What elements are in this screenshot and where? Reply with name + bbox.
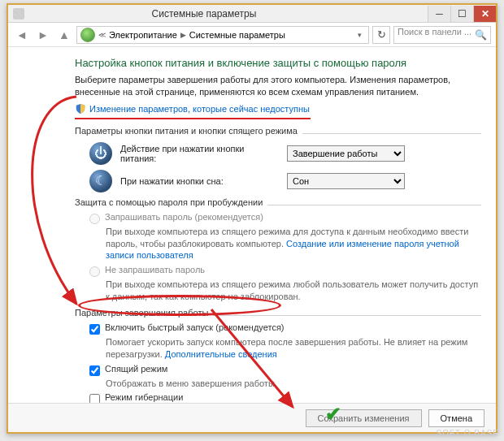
power-icon: ⏻ bbox=[89, 142, 112, 165]
page-title: Настройка кнопок питания и включение защ… bbox=[75, 57, 481, 69]
breadcrumb[interactable]: ≪ Электропитание ▶ Системные параметры ▾ bbox=[76, 26, 369, 44]
unlock-settings-link[interactable]: Изменение параметров, которые сейчас нед… bbox=[89, 104, 310, 114]
up-button[interactable]: ▲ bbox=[55, 26, 73, 44]
breadcrumb-item[interactable]: Системные параметры bbox=[189, 30, 285, 40]
power-button-row: ⏻ Действие при нажатии кнопки питания: З… bbox=[89, 142, 481, 165]
check-fast-startup-input[interactable] bbox=[89, 324, 100, 335]
radio2-description: При выходе компьютера из спящего режима … bbox=[106, 279, 481, 303]
section-header-buttons: Параметры кнопки питания и кнопки спящег… bbox=[75, 126, 481, 137]
section-header-shutdown: Параметры завершения работы bbox=[75, 308, 481, 319]
intro-text: Выберите параметры завершения работы для… bbox=[75, 74, 481, 98]
search-icon: 🔍 bbox=[475, 29, 487, 41]
radio1-description: При выходе компьютера из спящего режима … bbox=[106, 226, 481, 262]
radio-no-password-input bbox=[89, 266, 100, 277]
check-sleep: Спящий режим bbox=[89, 364, 481, 376]
power-button-label: Действие при нажатии кнопки питания: bbox=[120, 144, 279, 163]
back-button[interactable]: ◄ bbox=[13, 26, 31, 44]
search-placeholder: Поиск в панели ... bbox=[398, 27, 471, 37]
footer-bar: Сохранить изменения Отмена bbox=[8, 403, 496, 432]
radio-require-password: Запрашивать пароль (рекомендуется) bbox=[89, 212, 481, 224]
check-sleep-input[interactable] bbox=[89, 365, 100, 376]
control-panel-icon bbox=[80, 28, 95, 42]
navbar: ◄ ► ▲ ≪ Электропитание ▶ Системные парам… bbox=[8, 23, 496, 47]
shield-icon bbox=[75, 103, 86, 115]
chevron-down-icon[interactable]: ▾ bbox=[358, 31, 362, 39]
titlebar: Системные параметры ─ ☐ ✕ bbox=[8, 5, 496, 23]
section-header-password: Защита с помощью пароля при пробуждении bbox=[75, 197, 481, 209]
chk2-description: Отображать в меню завершения работы. bbox=[106, 378, 481, 390]
content-area: Настройка кнопок питания и включение защ… bbox=[8, 49, 496, 432]
window-title: Системные параметры bbox=[29, 8, 379, 19]
more-info-link[interactable]: Дополнительные сведения bbox=[165, 349, 277, 359]
titlebar-buttons: ─ ☐ ✕ bbox=[428, 6, 496, 22]
annotation-underline bbox=[75, 118, 311, 119]
maximize-button[interactable]: ☐ bbox=[450, 6, 473, 22]
sleep-button-label: При нажатии кнопки сна: bbox=[120, 176, 279, 186]
refresh-button[interactable]: ↻ bbox=[372, 26, 390, 44]
app-icon bbox=[13, 8, 24, 19]
radio-no-password: Не запрашивать пароль bbox=[89, 265, 481, 277]
minimize-button[interactable]: ─ bbox=[428, 6, 450, 22]
chk1-description: Помогает ускорить запуск компьютера посл… bbox=[106, 336, 481, 361]
annotation-check-icon: ✔ bbox=[325, 403, 341, 426]
watermark: SOFT O BASE bbox=[437, 429, 500, 438]
power-button-select[interactable]: Завершение работы bbox=[287, 145, 405, 162]
check-fast-startup: Включить быстрый запуск (рекомендуется) bbox=[89, 322, 481, 335]
search-input[interactable]: Поиск в панели ... 🔍 bbox=[393, 26, 491, 44]
sleep-button-row: ☾ При нажатии кнопки сна: Сон bbox=[89, 170, 481, 192]
save-button[interactable]: Сохранить изменения bbox=[306, 409, 422, 427]
forward-button[interactable]: ► bbox=[34, 26, 52, 44]
sleep-icon: ☾ bbox=[89, 170, 112, 192]
close-button[interactable]: ✕ bbox=[473, 6, 496, 22]
cancel-button[interactable]: Отмена bbox=[428, 409, 484, 427]
radio-require-password-input bbox=[89, 214, 100, 224]
breadcrumb-item[interactable]: Электропитание bbox=[109, 30, 177, 40]
window: Системные параметры ─ ☐ ✕ ◄ ► ▲ ≪ Электр… bbox=[7, 3, 497, 434]
sleep-button-select[interactable]: Сон bbox=[287, 173, 405, 189]
